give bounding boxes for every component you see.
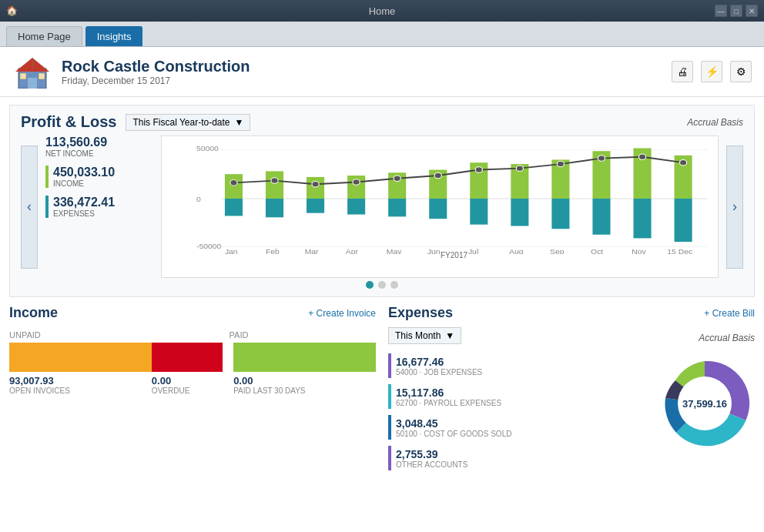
svg-rect-3 [20, 73, 26, 79]
donut-total: 37,599.16 [682, 398, 727, 410]
refresh-button[interactable]: ⚡ [701, 61, 722, 82]
svg-point-47 [638, 154, 645, 159]
svg-point-37 [230, 180, 237, 186]
expenses-panel: Expenses + Create Bill This Month ▼ Accr… [388, 305, 755, 477]
company-logo [12, 55, 52, 89]
net-income-label: NET INCOME [45, 149, 153, 158]
svg-text:Aug: Aug [509, 248, 523, 254]
svg-text:50000: 50000 [196, 145, 219, 152]
minimize-button[interactable]: — [715, 5, 727, 17]
tab-home-page[interactable]: Home Page [6, 26, 82, 46]
settings-button[interactable]: ⚙ [730, 61, 752, 82]
close-button[interactable]: ✕ [746, 5, 758, 17]
paid-group: 0.00 PAID LAST 30 DAYS [233, 375, 376, 395]
pnl-stats: 113,560.69 NET INCOME 450,033.10 INCOME … [45, 136, 153, 226]
income-panel: Income + Create Invoice UNPAID PAID [9, 305, 376, 477]
expense-amount-3: 3,048.45 [396, 417, 511, 430]
svg-rect-26 [470, 199, 488, 225]
svg-text:15 Dec: 15 Dec [667, 248, 692, 254]
svg-rect-36 [675, 199, 692, 242]
expense-item-1: 16,677.46 54000 · JOB EXPENSES [388, 353, 647, 378]
svg-point-43 [475, 167, 482, 172]
tab-insights[interactable]: Insights [85, 26, 143, 46]
company-date: Friday, December 15 2017 [62, 75, 250, 86]
donut-chart: 37,599.16 [655, 353, 755, 453]
main-window: Home Page Insights Rock Castle Construct… [0, 22, 764, 532]
maximize-button[interactable]: □ [730, 5, 742, 17]
pnl-date-dropdown[interactable]: This Fiscal Year-to-date ▼ [126, 114, 250, 131]
paid-label: PAID LAST 30 DAYS [233, 386, 376, 395]
unpaid-section-label: UNPAID [9, 327, 230, 341]
svg-point-48 [679, 159, 686, 165]
title-bar: 🏠 Home — □ ✕ [0, 0, 764, 22]
svg-rect-2 [28, 78, 37, 89]
svg-text:Jun: Jun [427, 248, 441, 254]
income-value: 450,033.10 [53, 166, 153, 179]
expense-name-3: 50100 · COST OF GOODS SOLD [396, 430, 511, 438]
pnl-prev-button[interactable]: ‹ [21, 146, 38, 269]
svg-point-44 [516, 166, 523, 171]
expense-name-4: OTHER ACCOUNTS [396, 460, 467, 469]
svg-rect-32 [592, 199, 610, 235]
svg-text:Jan: Jan [225, 248, 238, 254]
company-info: Rock Castle Construction Friday, Decembe… [62, 58, 250, 86]
svg-rect-15 [266, 171, 283, 199]
net-income-stat: 113,560.69 NET INCOME [45, 136, 153, 158]
svg-rect-13 [225, 174, 243, 199]
window-controls[interactable]: — □ ✕ [715, 5, 758, 17]
expenses-dropdown-arrow-icon: ▼ [445, 330, 454, 341]
page-dot-2[interactable] [378, 281, 386, 289]
page-dot-3[interactable] [390, 281, 398, 289]
company-header: Rock Castle Construction Friday, Decembe… [0, 47, 764, 97]
svg-point-46 [598, 156, 605, 161]
income-stat: 450,033.10 INCOME [45, 166, 153, 188]
invoices-bar [9, 343, 376, 372]
svg-rect-24 [429, 199, 447, 219]
create-bill-link[interactable]: + Create Bill [704, 308, 755, 319]
expenses-label: EXPENSES [53, 209, 153, 218]
expense-name-2: 62700 · PAYROLL EXPENSES [396, 399, 501, 407]
income-label: INCOME [53, 179, 153, 188]
svg-rect-34 [633, 199, 651, 238]
pnl-chart-svg: 50000 0 -50000 Amount [196, 142, 712, 254]
svg-text:Oct: Oct [591, 248, 604, 254]
svg-rect-20 [347, 199, 365, 215]
overdue-group: 0.00 OVERDUE [152, 375, 223, 395]
expense-amount-2: 15,117.86 [396, 386, 501, 399]
print-button[interactable]: 🖨 [672, 61, 693, 82]
pnl-next-button[interactable]: › [726, 146, 743, 269]
overdue-label: OVERDUE [152, 386, 223, 395]
svg-text:0: 0 [196, 196, 201, 203]
svg-text:Feb: Feb [266, 248, 280, 254]
expenses-controls: This Month ▼ Accrual Basis [388, 327, 755, 349]
expenses-value: 336,472.41 [53, 196, 153, 209]
svg-text:Apr: Apr [346, 248, 358, 254]
pnl-title: Profit & Loss [21, 113, 116, 131]
expenses-list: 16,677.46 54000 · JOB EXPENSES 15,117.86 [388, 353, 647, 477]
create-invoice-link[interactable]: + Create Invoice [308, 308, 376, 319]
svg-point-41 [394, 176, 400, 181]
svg-point-38 [271, 178, 278, 183]
svg-text:Nov: Nov [632, 248, 646, 254]
expense-amount-1: 16,677.46 [396, 356, 482, 368]
content-area: Rock Castle Construction Friday, Decembe… [0, 47, 764, 532]
paid-amount: 0.00 [233, 375, 376, 386]
expenses-title: Expenses [388, 305, 453, 321]
expenses-date-dropdown[interactable]: This Month ▼ [388, 327, 461, 344]
pnl-header: Profit & Loss This Fiscal Year-to-date ▼… [21, 113, 743, 131]
open-invoices-group: 93,007.93 OPEN INVOICES [9, 375, 152, 395]
svg-text:Mar: Mar [305, 248, 319, 254]
pnl-section: Profit & Loss This Fiscal Year-to-date ▼… [9, 105, 755, 297]
bottom-panels: Income + Create Invoice UNPAID PAID [9, 305, 755, 477]
svg-point-39 [312, 182, 319, 187]
svg-rect-16 [266, 199, 283, 217]
company-name: Rock Castle Construction [62, 58, 250, 75]
page-dot-1[interactable] [366, 281, 374, 289]
bar-gap [223, 343, 233, 372]
expenses-stat: 336,472.41 EXPENSES [45, 196, 153, 218]
svg-rect-18 [307, 199, 324, 213]
svg-rect-14 [225, 199, 243, 216]
svg-rect-28 [511, 199, 528, 226]
accrual-basis-label: Accrual Basis [687, 117, 743, 128]
app-icon: 🏠 [6, 5, 18, 16]
